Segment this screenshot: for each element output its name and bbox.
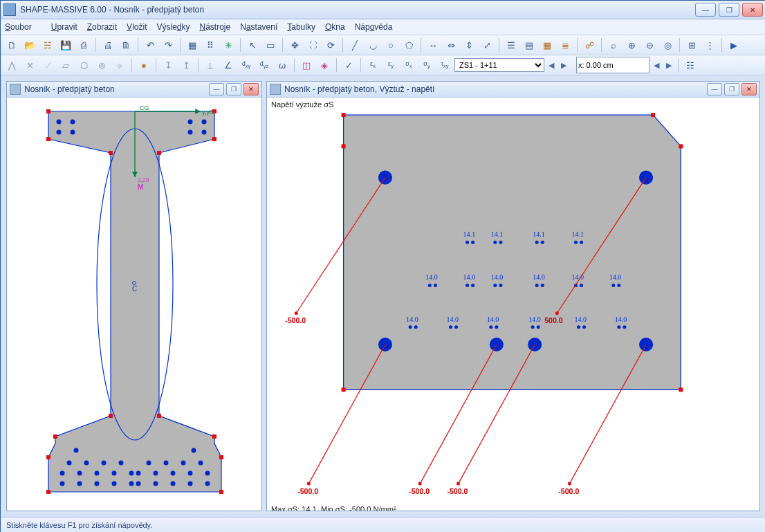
misc2-icon[interactable]: ⋮	[701, 37, 718, 53]
svg-text:14.0: 14.0	[609, 273, 622, 281]
left-close-button[interactable]: ✕	[243, 83, 259, 95]
layers-icon[interactable]: ≣	[557, 37, 573, 53]
color1-icon[interactable]: ●	[136, 57, 152, 73]
edge1-icon[interactable]: ⋀	[3, 57, 20, 73]
loadcase-combo[interactable]: ZS1 - 1+11	[454, 58, 544, 72]
edge7-icon[interactable]: ⟐	[111, 57, 128, 73]
line-icon[interactable]: ╱	[347, 37, 363, 53]
print-icon[interactable]: 🖨	[100, 37, 116, 53]
menu-upravit[interactable]: Upravit	[51, 22, 77, 32]
sxy-icon[interactable]: τxy	[436, 57, 453, 73]
left-canvas[interactable]: CG y,y0 z,z0 M C	[7, 98, 261, 511]
svg-text:14.0: 14.0	[487, 315, 499, 323]
menu-nastaveni[interactable]: Nastavení	[240, 22, 277, 32]
menu-okna[interactable]: Okna	[325, 22, 345, 32]
check-icon[interactable]: ✓	[340, 57, 357, 73]
dim2-icon[interactable]: ⇔	[443, 37, 459, 53]
arc-icon[interactable]: ◡	[365, 37, 381, 53]
redo-icon[interactable]: ↷	[160, 37, 176, 53]
polygon-icon[interactable]: ⬠	[400, 37, 417, 53]
edge5-icon[interactable]: ⬡	[75, 57, 92, 73]
right-max-button[interactable]: ❐	[724, 83, 739, 95]
undo-icon[interactable]: ↶	[142, 37, 158, 53]
pointer-icon[interactable]: ↖	[244, 37, 261, 53]
left-min-button[interactable]: —	[209, 83, 224, 95]
svg-rect-6	[109, 414, 113, 418]
svg-point-100	[580, 284, 583, 287]
zoom-out-icon[interactable]: ⊖	[641, 37, 658, 53]
zoom-in-icon[interactable]: ⊕	[623, 37, 640, 53]
sx-icon[interactable]: σx	[400, 57, 417, 73]
lc-next-icon[interactable]: ▶	[558, 59, 569, 71]
misc1-icon[interactable]: ⊞	[683, 37, 700, 53]
menu-vysledky[interactable]: Výsledky	[156, 22, 190, 32]
dxy-icon[interactable]: dxy	[238, 57, 255, 73]
grid-icon[interactable]: ▦	[184, 37, 201, 53]
table-icon[interactable]: ☰	[503, 37, 519, 53]
minimize-button[interactable]: —	[695, 3, 716, 17]
svg-point-118	[582, 325, 586, 329]
svg-text:z,z0: z,z0	[138, 176, 149, 183]
plot1-icon[interactable]: ◫	[298, 57, 315, 73]
maximize-button[interactable]: ❐	[719, 3, 739, 17]
menu-napoveda[interactable]: Nápověda	[355, 22, 393, 32]
zoom-fit-icon[interactable]: ◎	[659, 37, 676, 53]
t2c-icon[interactable]: ⟂	[202, 57, 219, 73]
menu-soubor[interactable]: Soubor	[5, 22, 42, 32]
edge2-icon[interactable]: ⤧	[21, 57, 38, 73]
plot2-icon[interactable]: ◈	[316, 57, 333, 73]
library-icon[interactable]: ☵	[39, 37, 56, 53]
t2b-icon[interactable]: ↥	[178, 57, 194, 73]
svg-point-121	[623, 325, 626, 329]
edge3-icon[interactable]: ⟋	[39, 57, 56, 73]
snap-icon[interactable]: ✳	[220, 37, 237, 53]
new-icon[interactable]: 🗋	[3, 37, 20, 53]
run-icon[interactable]: ▶	[726, 37, 742, 53]
dim1-icon[interactable]: ↔	[425, 37, 441, 53]
save-all-icon[interactable]: ⎙	[75, 37, 92, 53]
move-icon[interactable]: ✥	[286, 37, 303, 53]
ey-icon[interactable]: εy	[383, 57, 399, 73]
omega-icon[interactable]: ω	[274, 57, 291, 73]
svg-text:14.1: 14.1	[533, 230, 545, 238]
close-button[interactable]: ✕	[742, 3, 763, 17]
right-min-button[interactable]: —	[707, 83, 722, 95]
table3-icon[interactable]: ▦	[539, 37, 555, 53]
table2-icon[interactable]: ▤	[521, 37, 537, 53]
edge4-icon[interactable]: ▱	[57, 57, 74, 73]
dim3-icon[interactable]: ⇕	[461, 37, 477, 53]
print-preview-icon[interactable]: 🗎	[118, 37, 134, 53]
t2a-icon[interactable]: ↧	[160, 57, 176, 73]
menu-nastroje[interactable]: Nástroje	[200, 22, 231, 32]
right-close-button[interactable]: ✕	[741, 83, 757, 95]
save-icon[interactable]: 💾	[57, 37, 74, 53]
sy-icon[interactable]: σy	[418, 57, 435, 73]
x-prev-icon[interactable]: ◀	[651, 59, 662, 71]
dots-icon[interactable]: ⠿	[202, 37, 219, 53]
circle-icon[interactable]: ○	[383, 37, 399, 53]
x-next-icon[interactable]: ▶	[663, 59, 674, 71]
svg-point-71	[490, 338, 504, 351]
results-icon[interactable]: ☍	[581, 37, 598, 53]
lc-prev-icon[interactable]: ◀	[546, 59, 557, 71]
left-max-button[interactable]: ❐	[226, 83, 241, 95]
rect-icon[interactable]: ▭	[262, 37, 279, 53]
right-canvas[interactable]: Napětí výztuže σS	[267, 98, 759, 511]
dyz-icon[interactable]: dyz	[256, 57, 273, 73]
ex-icon[interactable]: εx	[365, 57, 381, 73]
pan-icon[interactable]: ⛶	[304, 37, 321, 53]
svg-point-102	[611, 284, 615, 287]
zoom-window-icon[interactable]: ⌕	[605, 37, 622, 53]
menu-vlozit[interactable]: Vložit	[127, 22, 147, 32]
dim4-icon[interactable]: ⤢	[479, 37, 495, 53]
open-icon[interactable]: 📂	[21, 37, 38, 53]
edge6-icon[interactable]: ⊚	[93, 57, 110, 73]
svg-point-75	[466, 241, 469, 244]
menu-zobrazit[interactable]: Zobrazit	[87, 22, 117, 32]
menu-tabulky[interactable]: Tabulky	[287, 22, 315, 32]
rotate-icon[interactable]: ⟳	[322, 37, 339, 53]
panel-icon[interactable]: ☷	[682, 57, 699, 73]
svg-point-59	[188, 481, 193, 486]
x-input[interactable]	[576, 57, 649, 73]
angle-icon[interactable]: ∠	[220, 57, 237, 73]
